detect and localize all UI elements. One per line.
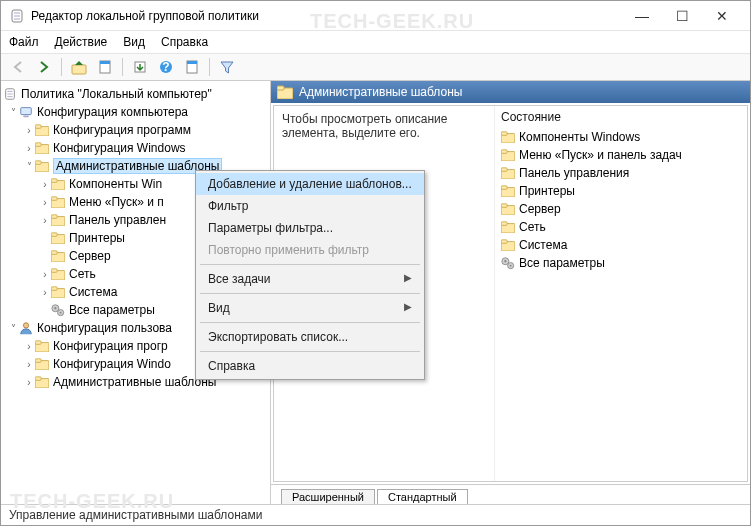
refresh-button[interactable] [181, 57, 203, 77]
chevron-right-icon: ▶ [404, 301, 412, 315]
up-button[interactable] [68, 57, 90, 77]
list-pane: Состояние Компоненты Windows Меню «Пуск»… [494, 106, 747, 481]
context-menu: Добавление и удаление шаблонов... Фильтр… [195, 170, 425, 380]
list-item[interactable]: Сервер [501, 200, 741, 218]
toolbar [1, 54, 750, 81]
tab-standard[interactable]: Стандартный [377, 489, 468, 504]
status-bar: Управление административными шаблонами [1, 504, 750, 525]
list-item[interactable]: Меню «Пуск» и панель задач [501, 146, 741, 164]
details-header: Административные шаблоны [271, 81, 750, 103]
ctx-export-list[interactable]: Экспортировать список... [196, 326, 424, 348]
tree-computer-config[interactable]: ˅Конфигурация компьютера [3, 103, 270, 121]
export-button[interactable] [129, 57, 151, 77]
ctx-filter[interactable]: Фильтр [196, 195, 424, 217]
list-item[interactable]: Компоненты Windows [501, 128, 741, 146]
list-item[interactable]: Панель управления [501, 164, 741, 182]
ctx-view[interactable]: Вид▶ [196, 297, 424, 319]
minimize-button[interactable]: — [622, 8, 662, 24]
window-title: Редактор локальной групповой политики [31, 9, 622, 23]
list-item[interactable]: Сеть [501, 218, 741, 236]
menu-action[interactable]: Действие [55, 35, 108, 49]
tree-item[interactable]: ›Конфигурация Windows [3, 139, 270, 157]
tree-item[interactable]: ›Конфигурация программ [3, 121, 270, 139]
view-tabs: Расширенный Стандартный [271, 484, 750, 504]
list-item[interactable]: Все параметры [501, 254, 741, 272]
help-button[interactable] [155, 57, 177, 77]
menu-help[interactable]: Справка [161, 35, 208, 49]
maximize-button[interactable]: ☐ [662, 8, 702, 24]
chevron-right-icon: ▶ [404, 272, 412, 286]
ctx-add-remove-templates[interactable]: Добавление и удаление шаблонов... [196, 173, 424, 195]
details-title: Административные шаблоны [299, 85, 462, 99]
menu-file[interactable]: Файл [9, 35, 39, 49]
properties-button[interactable] [94, 57, 116, 77]
column-header-state[interactable]: Состояние [501, 110, 741, 124]
app-icon [9, 8, 25, 24]
forward-button[interactable] [33, 57, 55, 77]
menu-view[interactable]: Вид [123, 35, 145, 49]
title-bar: Редактор локальной групповой политики — … [1, 1, 750, 31]
filter-button[interactable] [216, 57, 238, 77]
close-button[interactable]: ✕ [702, 8, 742, 24]
ctx-reapply-filter: Повторно применить фильтр [196, 239, 424, 261]
back-button[interactable] [7, 57, 29, 77]
tab-extended[interactable]: Расширенный [281, 489, 375, 504]
ctx-filter-params[interactable]: Параметры фильтра... [196, 217, 424, 239]
list-item[interactable]: Принтеры [501, 182, 741, 200]
tree-root[interactable]: Политика "Локальный компьютер" [3, 85, 270, 103]
ctx-all-tasks[interactable]: Все задачи▶ [196, 268, 424, 290]
ctx-help[interactable]: Справка [196, 355, 424, 377]
description-text: Чтобы просмотреть описание элемента, выд… [282, 112, 447, 140]
menu-bar: Файл Действие Вид Справка [1, 31, 750, 54]
list-item[interactable]: Система [501, 236, 741, 254]
